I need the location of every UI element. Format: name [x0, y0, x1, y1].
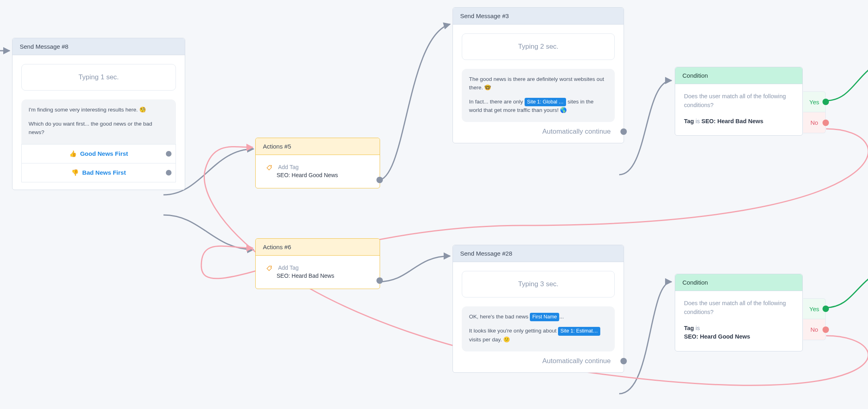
condition-rule: Tag is SEO: Heard Good News [684, 324, 794, 342]
node-title: Send Message #28 [453, 245, 624, 262]
message-line: Which do you want first... the good news… [29, 120, 169, 137]
node-actions-5[interactable]: Actions #5 Add Tag SEO: Heard Good News [255, 138, 380, 188]
action-label: Add Tag [278, 264, 299, 271]
node-title: Condition [675, 274, 802, 291]
action-label: Add Tag [278, 164, 299, 170]
message-line: The good news is there are definitely wo… [469, 75, 608, 92]
node-title: Actions #6 [256, 239, 380, 256]
typing-indicator: Typing 2 sec. [462, 33, 615, 60]
output-port[interactable] [166, 151, 172, 157]
node-send-message-8[interactable]: Send Message #8 Typing 1 sec. I'm findin… [12, 38, 185, 190]
output-port[interactable] [166, 170, 172, 176]
message-line: OK, here's the bad news First Name... [469, 313, 608, 321]
output-port[interactable] [376, 277, 383, 284]
choice-label: Good News First [80, 150, 128, 157]
action-value: SEO: Heard Bad News [277, 273, 369, 279]
branch-yes[interactable]: Yes [803, 298, 826, 319]
node-title: Condition [675, 67, 802, 84]
message-bubble: OK, here's the bad news First Name... It… [462, 306, 615, 351]
node-condition-2[interactable]: Condition Does the user match all of the… [675, 274, 803, 351]
output-port-yes[interactable] [823, 99, 829, 105]
thumbs-up-icon: 👍 [69, 150, 77, 157]
message-bubble: I'm finding some very interesting result… [21, 99, 176, 144]
condition-question: Does the user match all of the following… [684, 92, 794, 110]
condition-question: Does the user match all of the following… [684, 299, 794, 317]
node-title: Send Message #8 [12, 38, 185, 55]
choice-good-news[interactable]: 👍 Good News First [22, 144, 176, 163]
message-bubble: The good news is there are definitely wo… [462, 69, 615, 122]
tag-icon [266, 165, 273, 171]
branch-no[interactable]: No [803, 319, 826, 340]
choice-label: Bad News First [82, 169, 126, 176]
tag-icon [266, 265, 273, 272]
node-title: Send Message #3 [453, 8, 624, 25]
message-line: In fact... there are only Site 1: Global… [469, 98, 608, 115]
condition-rule: Tag is SEO: Heard Bad News [684, 117, 794, 126]
svg-point-1 [270, 267, 271, 268]
message-line: It looks like you're only getting about … [469, 327, 608, 344]
variable-chip: First Name [530, 313, 559, 321]
output-port-yes[interactable] [823, 306, 829, 312]
variable-chip: Site 1: Global … [525, 98, 566, 106]
node-condition-1[interactable]: Condition Does the user match all of the… [675, 67, 803, 136]
variable-chip: Site 1: Estimat… [558, 327, 600, 335]
action-value: SEO: Heard Good News [277, 172, 369, 178]
node-send-message-3[interactable]: Send Message #3 Typing 2 sec. The good n… [453, 7, 624, 143]
choice-bad-news[interactable]: 👎 Bad News First [22, 163, 176, 182]
output-port-no[interactable] [823, 326, 829, 333]
branch-yes[interactable]: Yes [803, 91, 826, 112]
node-actions-6[interactable]: Actions #6 Add Tag SEO: Heard Bad News [255, 238, 380, 289]
output-port-no[interactable] [823, 120, 829, 126]
output-port[interactable] [620, 128, 627, 135]
node-title: Actions #5 [256, 138, 380, 155]
message-line: I'm finding some very interesting result… [29, 106, 169, 114]
node-send-message-28[interactable]: Send Message #28 Typing 3 sec. OK, here'… [453, 245, 624, 373]
auto-continue: Automatically continue [462, 122, 615, 136]
output-port[interactable] [620, 358, 627, 364]
branch-no[interactable]: No [803, 112, 826, 133]
typing-indicator: Typing 3 sec. [462, 271, 615, 297]
output-port[interactable] [376, 177, 383, 183]
svg-point-0 [270, 166, 271, 167]
thumbs-down-icon: 👎 [71, 169, 79, 176]
auto-continue: Automatically continue [462, 351, 615, 365]
typing-indicator: Typing 1 sec. [21, 64, 176, 91]
